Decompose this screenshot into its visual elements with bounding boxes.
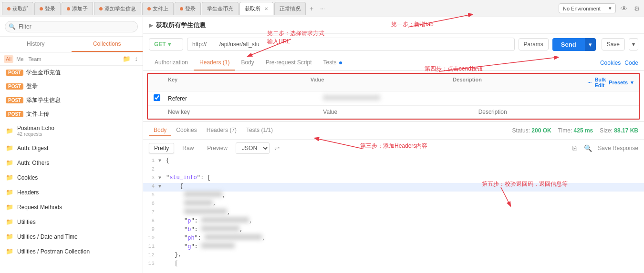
folder-icon: 📁 [6, 144, 13, 152]
key-col-header: Key [168, 77, 311, 88]
params-button[interactable]: Params [519, 38, 549, 51]
filter-input[interactable] [5, 21, 138, 32]
save-response-button[interactable]: Save Response [598, 145, 638, 152]
tab-6[interactable]: 学生金币充 [202, 2, 239, 15]
raw-view-button[interactable]: Raw [177, 143, 199, 153]
tab-4[interactable]: 文件上 [142, 2, 174, 15]
tab-label: 正常情况 [280, 5, 301, 12]
sidebar-folder-headers[interactable]: 📁 Headers [0, 185, 143, 200]
filter-all[interactable]: All [4, 55, 13, 63]
wrap-icon[interactable]: ⇌ [272, 143, 282, 153]
folder-name: Utilities / Date and Time [17, 233, 78, 240]
folder-name: Auth: Digest [17, 145, 48, 152]
cookies-link[interactable]: Cookies [600, 60, 621, 66]
new-desc-input[interactable] [478, 109, 634, 115]
tab-dot [7, 7, 10, 10]
add-tab-button[interactable]: + [307, 3, 316, 14]
method-badge: POST [6, 111, 23, 117]
top-tab-bar: 获取所 登录 添加子 添加学生信息 文件上 登录 学生金币充 获取所 ✕ [0, 0, 644, 17]
send-button[interactable]: Send [552, 38, 585, 51]
sidebar-folder-cookies[interactable]: 📁 Cookies [0, 170, 143, 185]
tab-close-icon[interactable]: ✕ [264, 6, 268, 11]
format-select[interactable]: JSON XML HTML Text [236, 142, 270, 154]
folder-name: Request Methods [17, 204, 62, 211]
folder-name: Utilities / Postman Collection [17, 248, 90, 255]
resp-tab-cookies[interactable]: Cookies [171, 125, 201, 136]
tab-dot [147, 7, 151, 10]
url-input[interactable] [187, 38, 515, 51]
tab-3[interactable]: 添加学生信息 [94, 2, 141, 15]
sidebar-folder-postman-echo[interactable]: 📁 Postman Echo 42 requests [0, 121, 143, 141]
code-line-9: 9 "b": , [143, 226, 644, 234]
new-key-input[interactable] [168, 109, 323, 115]
headers-table-header: Key Value Description ··· Bulk Edit Pres… [148, 74, 639, 91]
list-item[interactable]: POST 登录 [0, 80, 143, 93]
tab-0[interactable]: 获取所 [2, 2, 33, 15]
code-area: 1 ▼ { 2 3 ▼ "stu_info": [ 4 ▼ [143, 157, 644, 273]
sidebar-tab-collections[interactable]: Collections [72, 37, 143, 52]
tab-headers[interactable]: Headers (1) [194, 55, 235, 71]
tab-tests[interactable]: Tests [317, 55, 347, 71]
tab-8[interactable]: 正常情况 [274, 2, 306, 15]
preview-view-button[interactable]: Preview [202, 143, 233, 153]
pretty-view-button[interactable]: Pretty [149, 143, 174, 153]
code-line-3: 3 ▼ "stu_info": [ [143, 174, 644, 183]
filter-team[interactable]: Team [27, 55, 43, 63]
resp-tab-headers[interactable]: Headers (7) [202, 125, 241, 136]
header-value-0 [323, 95, 478, 102]
presets-link[interactable]: Presets [609, 80, 628, 85]
code-line-11: 11 "g": [143, 243, 644, 252]
request-title: 获取所有学生信息 [156, 21, 206, 30]
resp-tab-body[interactable]: Body [149, 125, 171, 136]
tab-dot [180, 7, 183, 10]
tab-label: 学生金币充 [207, 5, 233, 12]
folder-icon: 📁 [6, 218, 13, 225]
sidebar-folder-request-methods[interactable]: 📁 Request Methods [0, 200, 143, 214]
tab-prerequest[interactable]: Pre-request Script [260, 55, 318, 71]
more-icon[interactable]: ··· [587, 80, 592, 85]
search-body-icon[interactable]: 🔍 [582, 143, 594, 153]
new-collection-icon[interactable]: 📁 [122, 54, 132, 63]
folder-name: Auth: Others [17, 160, 49, 166]
method-label: GET [154, 41, 166, 48]
sidebar-folder-utilities[interactable]: 📁 Utilities [0, 214, 143, 229]
folder-icon: 📁 [6, 233, 13, 240]
sidebar-folder-auth-digest[interactable]: 📁 Auth: Digest [0, 141, 143, 155]
save-dropdown-button[interactable]: ▾ [629, 38, 638, 51]
copy-icon[interactable]: ⎘ [571, 143, 578, 153]
method-select[interactable]: GET ▾ [149, 38, 183, 51]
resp-tab-tests[interactable]: Tests (1/1) [241, 125, 278, 136]
sidebar-folder-utilities-postman[interactable]: 📁 Utilities / Postman Collection [0, 244, 143, 259]
eye-icon[interactable]: 👁 [619, 4, 629, 13]
environment-dropdown[interactable]: No Environment ▾ [559, 3, 616, 13]
bulk-edit-link[interactable]: Bulk Edit [594, 77, 606, 88]
header-key-0: Referer [168, 95, 323, 102]
gear-icon[interactable]: ⚙ [632, 4, 642, 13]
code-line-12: 12 }, [143, 252, 644, 260]
tab-2[interactable]: 添加子 [62, 2, 93, 15]
size-label: Size: 88.17 KB [600, 127, 638, 134]
tab-7[interactable]: 获取所 ✕ [239, 2, 273, 15]
send-dropdown-button[interactable]: ▾ [585, 38, 596, 51]
list-item[interactable]: POST 学生金币充值 [0, 66, 143, 80]
sidebar-folder-utilities-date[interactable]: 📁 Utilities / Date and Time [0, 229, 143, 244]
sidebar-folder-auth-others[interactable]: 📁 Auth: Others [0, 155, 143, 170]
sort-icon[interactable]: ↕ [134, 54, 139, 63]
save-button[interactable]: Save [602, 38, 625, 51]
code-line-13: 13 [ [143, 260, 644, 269]
code-link[interactable]: Code [624, 60, 638, 66]
tab-authorization[interactable]: Authorization [149, 55, 194, 71]
list-item[interactable]: POST 文件上传 [0, 107, 143, 121]
tab-body[interactable]: Body [235, 55, 260, 71]
list-item[interactable]: POST 添加学生信息 [0, 93, 143, 107]
filter-me[interactable]: Me [14, 55, 25, 63]
sidebar-tab-history[interactable]: History [0, 37, 72, 52]
new-value-input[interactable] [323, 109, 478, 115]
tab-1[interactable]: 登录 [34, 2, 61, 15]
tab-label: 添加子 [72, 5, 88, 12]
method-dropdown-icon: ▾ [168, 41, 171, 48]
header-checkbox-0[interactable] [154, 94, 160, 101]
tab-5[interactable]: 登录 [175, 2, 201, 15]
folder-icon: 📁 [6, 203, 13, 211]
more-tabs-button[interactable]: ··· [317, 3, 328, 14]
